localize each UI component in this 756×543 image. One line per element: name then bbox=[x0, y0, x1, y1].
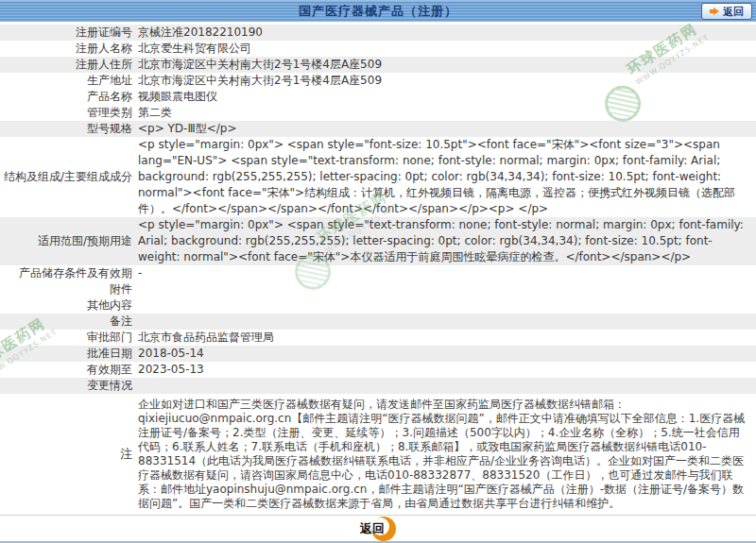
field-label: 审批部门 bbox=[0, 330, 132, 346]
field-value: 2023-05-13 bbox=[132, 362, 756, 378]
note-row: 注 企业如对进口和国产三类医疗器械数据有疑问，请发送邮件至国家药监局医疗器械数据… bbox=[0, 394, 756, 515]
field-label: 注册人名称 bbox=[0, 41, 132, 57]
table-row: 生产地址北京市海淀区中关村南大街2号1号楼4层A座509 bbox=[0, 73, 756, 89]
header-bar: 国产医疗器械产品（注册） 返回 bbox=[0, 0, 756, 23]
field-value: 京械注准20182210190 bbox=[132, 25, 756, 41]
return-button-label: 返回 bbox=[360, 520, 385, 537]
field-value: 北京市食品药品监督管理局 bbox=[132, 330, 756, 346]
back-arrow-icon bbox=[710, 8, 719, 15]
field-value: <p> YD-Ⅲ型</p> bbox=[132, 121, 756, 137]
field-value: 2018-05-14 bbox=[132, 346, 756, 362]
field-label: 备注 bbox=[0, 314, 132, 330]
field-label: 注册人住所 bbox=[0, 57, 132, 73]
table-row: 注册人名称北京爱生科贸有限公司 bbox=[0, 41, 756, 57]
table-row: 批准日期2018-05-14 bbox=[0, 346, 756, 362]
field-value: <p style="margin: 0px"> <span style="fon… bbox=[132, 137, 756, 217]
table-row: 备注 bbox=[0, 314, 756, 330]
detail-table: 注册证编号京械注准20182210190注册人名称北京爱生科贸有限公司注册人住所… bbox=[0, 25, 756, 394]
field-value: 北京市海淀区中关村南大街2号1号楼4层A座509 bbox=[132, 57, 756, 73]
table-row: 产品名称视频眼震电图仪 bbox=[0, 89, 756, 105]
table-row: 注册证编号京械注准20182210190 bbox=[0, 25, 756, 41]
table-row: 型号规格<p> YD-Ⅲ型</p> bbox=[0, 121, 756, 137]
table-row: 注册人住所北京市海淀区中关村南大街2号1号楼4层A座509 bbox=[0, 57, 756, 73]
field-label: 型号规格 bbox=[0, 121, 132, 137]
back-button[interactable]: 返回 bbox=[701, 3, 752, 20]
note-label: 注 bbox=[0, 446, 132, 463]
field-label: 附件 bbox=[0, 281, 132, 297]
field-label: 结构及组成/主要组成成分 bbox=[0, 169, 132, 185]
footer: 返回 bbox=[0, 515, 756, 543]
table-row: 其他内容 bbox=[0, 297, 756, 314]
note-text: 企业如对进口和国产三类医疗器械数据有疑问，请发送邮件至国家药监局医疗器械数据纠错… bbox=[132, 394, 756, 515]
field-value: - bbox=[132, 265, 756, 281]
field-label: 生产地址 bbox=[0, 73, 132, 89]
field-label: 管理类别 bbox=[0, 105, 132, 121]
table-row: 产品储存条件及有效期- bbox=[0, 265, 756, 281]
field-label: 产品储存条件及有效期 bbox=[0, 265, 132, 281]
field-label: 适用范围/预期用途 bbox=[0, 233, 132, 249]
field-label: 注册证编号 bbox=[0, 25, 132, 41]
back-button-label: 返回 bbox=[723, 5, 744, 19]
table-row: 审批部门北京市食品药品监督管理局 bbox=[0, 330, 756, 346]
return-button[interactable]: 返回 bbox=[360, 517, 396, 541]
field-value: 北京爱生科贸有限公司 bbox=[132, 41, 756, 57]
table-row: 附件 bbox=[0, 281, 756, 297]
field-label: 变更情况 bbox=[0, 378, 132, 394]
table-row: 结构及组成/主要组成成分<p style="margin: 0px"> <spa… bbox=[0, 137, 756, 217]
table-row: 管理类别第二类 bbox=[0, 105, 756, 121]
field-value: 北京市海淀区中关村南大街2号1号楼4层A座509 bbox=[132, 73, 756, 89]
table-row: 适用范围/预期用途<p style="margin: 0px"> <span s… bbox=[0, 217, 756, 265]
field-label: 有效期至 bbox=[0, 362, 132, 378]
field-value: 第二类 bbox=[132, 105, 756, 121]
field-label: 批准日期 bbox=[0, 346, 132, 362]
table-row: 有效期至2023-05-13 bbox=[0, 362, 756, 378]
table-row: 变更情况 bbox=[0, 378, 756, 394]
page-title: 国产医疗器械产品（注册） bbox=[299, 3, 457, 20]
field-value: 视频眼震电图仪 bbox=[132, 89, 756, 105]
field-label: 其他内容 bbox=[0, 297, 132, 314]
field-label: 产品名称 bbox=[0, 89, 132, 105]
page: 国产医疗器械产品（注册） 返回 注册证编号京械注准20182210190注册人名… bbox=[0, 0, 756, 543]
field-value: <p style="margin: 0px"> <span style="tex… bbox=[132, 217, 756, 265]
